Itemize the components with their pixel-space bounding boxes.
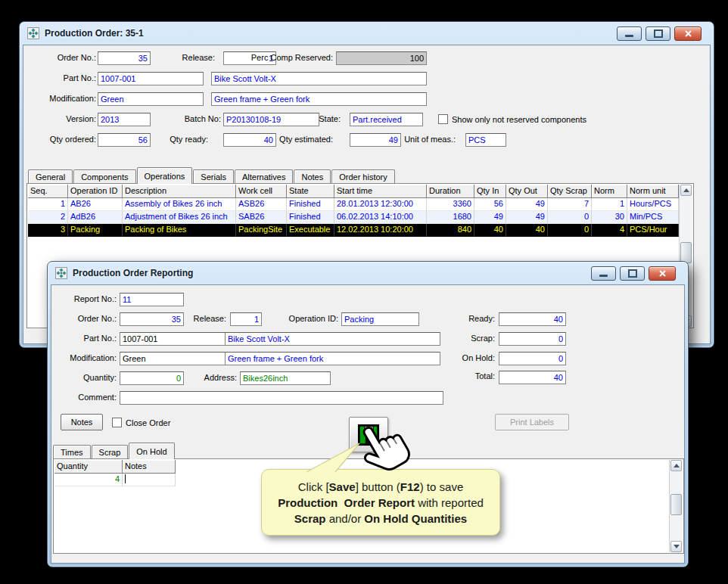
table-cell[interactable]: Adjustment of Bikes 26 inch — [123, 211, 236, 224]
modification-field[interactable]: Green — [98, 92, 204, 106]
table-cell[interactable]: 0 — [548, 211, 592, 224]
state-field[interactable]: Part.received — [350, 113, 423, 126]
col-notes[interactable]: Notes — [123, 460, 176, 474]
table-cell[interactable]: Assembly of Bikes 26 inch — [123, 198, 236, 211]
scroll-down-button[interactable] — [670, 541, 682, 552]
notes-cell[interactable] — [123, 474, 176, 486]
table-cell[interactable]: 40 — [506, 224, 548, 237]
table-cell[interactable]: AdB26 — [68, 211, 123, 224]
total-field[interactable]: 40 — [499, 371, 566, 384]
table-cell[interactable]: Packing — [68, 224, 123, 237]
close-button[interactable] — [649, 266, 676, 281]
tab-serials[interactable]: Serials — [193, 169, 234, 183]
modification-description-field[interactable]: Green frame + Green fork — [211, 92, 427, 106]
table-cell[interactable]: Finished — [287, 211, 334, 224]
col-seq[interactable]: Seq. — [28, 185, 68, 198]
minimize-button[interactable] — [617, 26, 642, 41]
table-cell[interactable]: 2 — [28, 211, 68, 224]
part-description-field[interactable]: Bike Scott Volt-X — [225, 332, 440, 346]
table-cell[interactable]: PCS/Hour — [627, 224, 679, 237]
table-cell[interactable]: 56 — [474, 198, 506, 211]
address-field[interactable]: Bikes26inch — [240, 371, 331, 385]
table-cell[interactable]: 3 — [28, 224, 68, 237]
tab-operations[interactable]: Operations — [137, 167, 193, 184]
scrap-field[interactable]: 0 — [499, 332, 566, 346]
unit-of-meas-field[interactable]: PCS — [465, 133, 506, 147]
tab-order-history[interactable]: Order history — [331, 169, 395, 183]
tab-general[interactable]: General — [28, 169, 73, 183]
maximize-button[interactable] — [646, 26, 670, 41]
col-norm[interactable]: Norm — [592, 185, 627, 198]
close-order-checkbox[interactable] — [112, 418, 122, 427]
table-row[interactable]: 1 AB26 Assembly of Bikes 26 inch ASB26 F… — [28, 198, 679, 211]
table-cell[interactable]: 1 — [592, 198, 627, 211]
operation-id-field[interactable]: Packing — [341, 312, 419, 326]
scrollbar-thumb[interactable] — [680, 242, 692, 263]
quantity-field[interactable]: 0 — [120, 371, 184, 385]
ready-field[interactable]: 40 — [499, 312, 566, 326]
scroll-up-button[interactable] — [670, 460, 682, 471]
col-description[interactable]: Description — [123, 185, 236, 198]
table-cell[interactable]: Executable — [287, 224, 334, 237]
tab-scrap[interactable]: Scrap — [92, 445, 129, 458]
table-cell[interactable]: Hours/PCS — [627, 198, 679, 211]
col-start-time[interactable]: Start time — [334, 185, 427, 198]
col-operation-id[interactable]: Operation ID — [68, 185, 123, 198]
qty-ordered-field[interactable]: 56 — [98, 133, 151, 147]
table-cell[interactable]: Finished — [287, 198, 334, 211]
part-no-field[interactable]: 1007-001 — [120, 332, 226, 346]
scrollbar-thumb[interactable] — [670, 494, 682, 515]
part-no-field[interactable]: 1007-001 — [98, 72, 204, 85]
table-row[interactable]: 2 AdB26 Adjustment of Bikes 26 inch SAB2… — [28, 211, 679, 224]
table-cell[interactable]: ASB26 — [236, 198, 287, 211]
part-description-field[interactable]: Bike Scott Volt-X — [211, 72, 427, 85]
close-button[interactable] — [674, 26, 702, 41]
table-cell[interactable]: 12.02.2013 10:20:00 — [334, 224, 427, 237]
main-titlebar[interactable]: Production Order: 35-1 — [20, 22, 714, 45]
table-cell[interactable]: 40 — [474, 224, 506, 237]
col-duration[interactable]: Duration — [427, 185, 474, 198]
scroll-up-button[interactable] — [680, 185, 692, 196]
quantity-cell[interactable]: 4 — [54, 474, 123, 486]
tab-times[interactable]: Times — [53, 445, 91, 458]
notes-button[interactable]: Notes — [61, 414, 103, 430]
order-no-field[interactable]: 35 — [98, 51, 151, 65]
col-state[interactable]: State — [287, 185, 334, 198]
col-qty-out[interactable]: Qty Out — [506, 185, 548, 198]
on-hold-grid-scrollbar[interactable] — [669, 460, 683, 552]
release-field[interactable]: 1 — [230, 312, 262, 326]
tab-alternatives[interactable]: Alternatives — [235, 169, 293, 183]
modification-description-field[interactable]: Green frame + Green fork — [225, 352, 440, 365]
on-hold-field[interactable]: 0 — [499, 352, 566, 365]
maximize-button[interactable] — [620, 266, 645, 281]
table-cell[interactable]: 30 — [592, 211, 627, 224]
table-row-selected[interactable]: 3 Packing Packing of Bikes PackingSite E… — [28, 224, 679, 237]
tab-on-hold[interactable]: On Hold — [129, 443, 174, 459]
show-only-not-reserved-checkbox[interactable] — [438, 114, 448, 124]
table-cell[interactable]: 06.02.2013 14:10:00 — [334, 211, 427, 224]
comment-field[interactable] — [120, 391, 443, 405]
version-field[interactable]: 2013 — [98, 113, 151, 126]
table-cell[interactable]: AB26 — [68, 198, 123, 211]
table-cell[interactable]: Packing of Bikes — [123, 224, 236, 237]
tab-notes[interactable]: Notes — [294, 169, 331, 183]
order-no-field[interactable]: 35 — [120, 312, 184, 326]
tab-components[interactable]: Components — [73, 169, 135, 183]
report-no-field[interactable]: 11 — [120, 293, 184, 306]
col-work-cell[interactable]: Work cell — [236, 185, 287, 198]
table-cell[interactable]: Min/PCS — [627, 211, 679, 224]
table-cell[interactable]: 49 — [474, 211, 506, 224]
col-qty-scrap[interactable]: Qty Scrap — [548, 185, 592, 198]
table-cell[interactable]: 1 — [28, 198, 68, 211]
modification-field[interactable]: Green — [120, 352, 226, 365]
qty-ready-field[interactable]: 40 — [223, 133, 276, 147]
dialog-titlebar[interactable]: Production Order Reporting — [48, 262, 688, 284]
table-cell[interactable]: 3360 — [427, 198, 474, 211]
table-cell[interactable]: 49 — [506, 211, 548, 224]
table-cell[interactable]: 0 — [548, 224, 592, 237]
minimize-button[interactable] — [591, 266, 616, 281]
table-cell[interactable]: 1680 — [427, 211, 474, 224]
table-cell[interactable]: SAB26 — [236, 211, 287, 224]
col-norm-unit[interactable]: Norm unit — [627, 185, 679, 198]
table-cell[interactable]: 28.01.2013 12:30:00 — [334, 198, 427, 211]
